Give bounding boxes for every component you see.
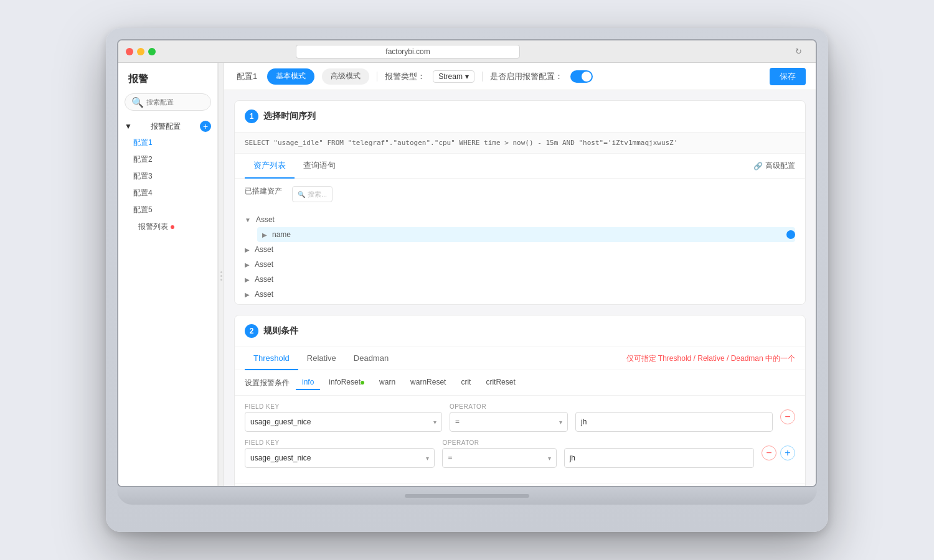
sub-tab-inforeset[interactable]: infoReset bbox=[323, 375, 370, 390]
tab-assets[interactable]: 资产列表 bbox=[245, 154, 295, 179]
resize-dot bbox=[220, 271, 222, 273]
value-input-1[interactable]: jh bbox=[575, 412, 773, 432]
tree-asset-1[interactable]: ▼ Asset bbox=[245, 212, 795, 227]
chevron-down-icon: ▾ bbox=[559, 419, 562, 426]
close-button[interactable] bbox=[126, 48, 133, 55]
sidebar-item-config3[interactable]: 配置3 bbox=[118, 168, 217, 185]
action-btns-1: − bbox=[780, 409, 795, 426]
sub-tab-inforeset-label: infoReset bbox=[329, 378, 361, 386]
save-button[interactable]: 保存 bbox=[770, 68, 806, 85]
basic-mode-button[interactable]: 基本模式 bbox=[267, 68, 314, 85]
operator-select-1[interactable]: = ▾ bbox=[450, 412, 568, 432]
alert-dot bbox=[171, 225, 174, 229]
tree-asset-2[interactable]: ▶ Asset bbox=[245, 242, 795, 257]
toolbar: 配置1 基本模式 高级模式 报警类型： Stream ▾ 是否启用报警配置： 保… bbox=[224, 63, 816, 90]
traffic-lights bbox=[126, 48, 156, 55]
tree-asset-1-children: ▶ name bbox=[245, 227, 795, 242]
rule-tab-threshold[interactable]: Threshold bbox=[245, 347, 298, 370]
chevron-down-icon: ▾ bbox=[426, 455, 429, 462]
browser-chrome: factorybi.com ↻ bbox=[118, 40, 816, 63]
advanced-config-link[interactable]: 🔗 高级配置 bbox=[753, 161, 795, 171]
section-2-title: 规则条件 bbox=[263, 325, 298, 337]
tab-query[interactable]: 查询语句 bbox=[295, 154, 344, 179]
asset-label-3: Asset bbox=[255, 260, 273, 269]
chevron-down-icon: ▾ bbox=[465, 72, 469, 81]
value-text-1: jh bbox=[581, 418, 587, 426]
refresh-icon[interactable]: ↻ bbox=[795, 47, 802, 56]
section-label: 报警配置 bbox=[151, 121, 181, 132]
asset-label-5: Asset bbox=[255, 290, 273, 299]
field-row-2: FIELD KEY usage_guest_nice ▾ OPERATOR bbox=[245, 439, 795, 468]
tree-name-label: name bbox=[272, 230, 291, 239]
selected-indicator bbox=[786, 230, 795, 239]
link-icon: 🔗 bbox=[753, 162, 763, 170]
tree-name-item[interactable]: ▶ name bbox=[257, 227, 795, 242]
sidebar-item-alert-list[interactable]: 报警列表 bbox=[118, 218, 217, 235]
sidebar-item-config1[interactable]: 配置1 bbox=[118, 134, 217, 151]
operator-value-1: = bbox=[455, 418, 460, 426]
sub-tab-info[interactable]: info bbox=[296, 375, 320, 390]
app-layout: 报警 🔍 ▼ 报警配置 + 配置1 配置2 配置3 配置4 配置5 bbox=[118, 63, 816, 487]
sidebar-section-header[interactable]: ▼ 报警配置 + bbox=[118, 118, 217, 134]
operator-value-2: = bbox=[448, 454, 452, 462]
asset-tree: ▼ Asset ▶ name ▶ bbox=[235, 210, 805, 304]
section-1-card: 1 选择时间序列 SELECT "usage_idle" FROM "teleg… bbox=[234, 100, 806, 305]
chevron-right-icon: ▶ bbox=[245, 276, 250, 283]
address-bar[interactable]: factorybi.com bbox=[296, 45, 520, 58]
asset-label-4: Asset bbox=[255, 275, 273, 284]
sub-tab-critreset[interactable]: critReset bbox=[479, 375, 521, 390]
tree-asset-3[interactable]: ▶ Asset bbox=[245, 257, 795, 272]
value-input-2[interactable]: jh bbox=[564, 448, 754, 468]
field-key-select-1[interactable]: usage_guest_nice ▾ bbox=[245, 412, 442, 432]
sidebar-item-config4[interactable]: 配置4 bbox=[118, 185, 217, 202]
advanced-mode-button[interactable]: 高级模式 bbox=[322, 68, 369, 85]
advanced-config-label: 高级配置 bbox=[765, 161, 795, 171]
sub-tab-crit[interactable]: crit bbox=[455, 375, 477, 390]
hint-suffix: 中的一个 bbox=[765, 354, 795, 363]
sub-tab-warnreset[interactable]: warnReset bbox=[404, 375, 452, 390]
sidebar-search-box[interactable]: 🔍 bbox=[125, 93, 211, 111]
sidebar-item-config2[interactable]: 配置2 bbox=[118, 151, 217, 168]
tree-asset-5[interactable]: ▶ Asset bbox=[245, 287, 795, 302]
enable-toggle[interactable] bbox=[570, 70, 593, 83]
rule-tab-deadman[interactable]: Deadman bbox=[345, 347, 397, 370]
chevron-right-icon: ▶ bbox=[262, 231, 267, 238]
maximize-button[interactable] bbox=[148, 48, 156, 55]
sub-tab-warn[interactable]: warn bbox=[373, 375, 402, 390]
operator-group-2: OPERATOR = ▾ bbox=[442, 439, 556, 468]
field-key-select-2[interactable]: usage_guest_nice ▾ bbox=[245, 448, 435, 468]
field-row-1: FIELD KEY usage_guest_nice ▾ OPERATOR bbox=[245, 403, 795, 432]
toolbar-tab-config1[interactable]: 配置1 bbox=[234, 71, 260, 82]
rule-tabs: Threshold Relative Deadman 仅可指定 Threshol… bbox=[235, 347, 805, 370]
add-config-button[interactable]: + bbox=[200, 121, 211, 132]
minimize-button[interactable] bbox=[137, 48, 144, 55]
asset-search[interactable]: 🔍 搜索... bbox=[292, 186, 333, 202]
sidebar-item-config5[interactable]: 配置5 bbox=[118, 202, 217, 218]
alert-type-value: Stream bbox=[438, 72, 463, 81]
chevron-down-icon: ▾ bbox=[433, 419, 436, 426]
alert-type-label: 报警类型： bbox=[385, 71, 425, 82]
section-2-header: 2 规则条件 bbox=[235, 315, 805, 347]
alert-type-select[interactable]: Stream ▾ bbox=[433, 70, 474, 83]
main-content: 配置1 基本模式 高级模式 报警类型： Stream ▾ 是否启用报警配置： 保… bbox=[224, 63, 816, 487]
section-1-header: 1 选择时间序列 bbox=[235, 101, 805, 133]
footer-buttons: 取消 确定 bbox=[235, 483, 805, 487]
operator-select-2[interactable]: = ▾ bbox=[442, 448, 556, 468]
section-2-card: 2 规则条件 Threshold Relative Deadman 仅可指定 T… bbox=[234, 315, 806, 487]
field-key-label-1: FIELD KEY bbox=[245, 403, 442, 410]
tree-asset-4[interactable]: ▶ Asset bbox=[245, 272, 795, 287]
value-label-1: V bbox=[575, 403, 773, 410]
sub-tabs-bar: 设置报警条件 info infoReset warn warnReset cri… bbox=[235, 370, 805, 396]
resize-handle[interactable] bbox=[218, 63, 224, 487]
toolbar-divider2 bbox=[482, 72, 483, 82]
remove-row-2-button[interactable]: − bbox=[762, 446, 776, 460]
field-rows: FIELD KEY usage_guest_nice ▾ OPERATOR bbox=[235, 396, 805, 483]
sub-tabs-label: 设置报警条件 bbox=[245, 378, 290, 388]
rule-tab-relative[interactable]: Relative bbox=[298, 347, 345, 370]
remove-row-1-button[interactable]: − bbox=[780, 409, 795, 424]
sql-query: SELECT "usage_idle" FROM "telegraf"."aut… bbox=[235, 133, 805, 154]
add-row-button[interactable]: + bbox=[780, 446, 795, 460]
action-btns-2: − + bbox=[762, 446, 795, 462]
field-key-group-2: FIELD KEY usage_guest_nice ▾ bbox=[245, 439, 435, 468]
search-input[interactable] bbox=[146, 98, 204, 106]
